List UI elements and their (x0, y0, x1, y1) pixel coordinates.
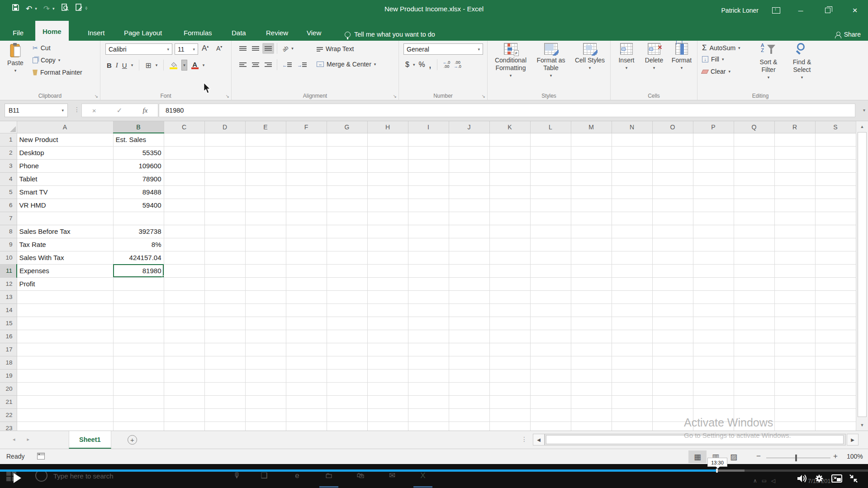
sheet-tab-sheet1[interactable]: Sheet1 (69, 431, 111, 449)
cell-E5[interactable] (245, 185, 286, 199)
cell-B7[interactable] (113, 212, 164, 225)
cell-A13[interactable] (17, 290, 113, 303)
cell-N9[interactable] (612, 238, 652, 251)
cell-O9[interactable] (652, 238, 693, 251)
cell-K3[interactable] (489, 159, 530, 172)
cell-M21[interactable] (571, 395, 612, 408)
cell-E23[interactable] (245, 422, 286, 431)
cell-C16[interactable] (164, 330, 204, 343)
cell-Q12[interactable] (734, 277, 774, 290)
cell-O15[interactable] (652, 317, 693, 330)
cell-L16[interactable] (530, 330, 571, 343)
decrease-indent-button[interactable]: ← (280, 59, 294, 70)
cell-R14[interactable] (774, 303, 815, 317)
cell-R12[interactable] (774, 277, 815, 290)
row-header-16[interactable]: 16 (0, 330, 17, 343)
cell-O7[interactable] (652, 212, 693, 225)
align-right-button[interactable] (262, 59, 274, 70)
cell-R16[interactable] (774, 330, 815, 343)
cell-R18[interactable] (774, 356, 815, 369)
fill-button[interactable]: ↓ Fill ▾ (702, 56, 724, 63)
cell-P11[interactable] (693, 264, 734, 277)
cell-O3[interactable] (652, 159, 693, 172)
cell-A8[interactable]: Sales Before Tax (17, 225, 113, 238)
store-icon[interactable]: 🛍︎ (355, 470, 366, 481)
cell-H16[interactable] (367, 330, 408, 343)
cell-J18[interactable] (449, 356, 489, 369)
cell-O13[interactable] (652, 290, 693, 303)
cell-Q4[interactable] (734, 172, 774, 185)
cell-N21[interactable] (612, 395, 652, 408)
format-as-table-button[interactable]: Format as Table ▾ (532, 43, 570, 80)
cell-S3[interactable] (815, 159, 856, 172)
cell-I4[interactable] (408, 172, 449, 185)
row-header-6[interactable]: 6 (0, 199, 17, 212)
cell-N13[interactable] (612, 290, 652, 303)
task-view-icon[interactable]: ❑ (259, 470, 270, 481)
cell-Q1[interactable] (734, 133, 774, 146)
cell-C23[interactable] (164, 422, 204, 431)
col-header-P[interactable]: P (693, 121, 734, 133)
cell-C20[interactable] (164, 382, 204, 395)
cell-K11[interactable] (489, 264, 530, 277)
cell-Q3[interactable] (734, 159, 774, 172)
col-header-N[interactable]: N (612, 121, 652, 133)
cell-F7[interactable] (286, 212, 327, 225)
cell-J5[interactable] (449, 185, 489, 199)
number-format-combo[interactable]: General▾ (403, 43, 483, 55)
cell-C19[interactable] (164, 369, 204, 382)
cell-P10[interactable] (693, 251, 734, 264)
merge-center-button[interactable]: ↔ Merge & Center ▾ (317, 61, 376, 68)
cell-D20[interactable] (204, 382, 245, 395)
cell-G18[interactable] (327, 356, 367, 369)
cell-F3[interactable] (286, 159, 327, 172)
cell-O1[interactable] (652, 133, 693, 146)
cell-R19[interactable] (774, 369, 815, 382)
cell-E21[interactable] (245, 395, 286, 408)
cell-E15[interactable] (245, 317, 286, 330)
cell-B8[interactable]: 392738 (113, 225, 164, 238)
cell-J19[interactable] (449, 369, 489, 382)
cell-A15[interactable] (17, 317, 113, 330)
cell-M10[interactable] (571, 251, 612, 264)
name-box[interactable]: B11 ▾ (5, 104, 68, 117)
cell-N18[interactable] (612, 356, 652, 369)
wrap-text-button[interactable]: Wrap Text (317, 45, 354, 52)
col-header-I[interactable]: I (408, 121, 449, 133)
cell-E17[interactable] (245, 343, 286, 356)
close-button[interactable]: × (848, 5, 862, 15)
cell-I7[interactable] (408, 212, 449, 225)
cell-R17[interactable] (774, 343, 815, 356)
cell-N22[interactable] (612, 408, 652, 422)
borders-icon[interactable]: ⊞ (145, 61, 151, 70)
cell-N1[interactable] (612, 133, 652, 146)
formula-input[interactable]: 81980 (159, 104, 855, 117)
col-header-B[interactable]: B (113, 121, 164, 133)
cell-I20[interactable] (408, 382, 449, 395)
col-header-M[interactable]: M (571, 121, 612, 133)
cell-D5[interactable] (204, 185, 245, 199)
cell-L3[interactable] (530, 159, 571, 172)
cell-M14[interactable] (571, 303, 612, 317)
cell-L15[interactable] (530, 317, 571, 330)
cell-N14[interactable] (612, 303, 652, 317)
cell-R4[interactable] (774, 172, 815, 185)
cell-P19[interactable] (693, 369, 734, 382)
cell-A6[interactable]: VR HMD (17, 199, 113, 212)
zoom-in-button[interactable]: + (833, 452, 838, 461)
cell-M20[interactable] (571, 382, 612, 395)
cell-F16[interactable] (286, 330, 327, 343)
formula-bar-splitter[interactable]: ⋮ (74, 106, 80, 113)
cell-S17[interactable] (815, 343, 856, 356)
cell-R22[interactable] (774, 408, 815, 422)
cell-F21[interactable] (286, 395, 327, 408)
fill-color-dropdown[interactable]: ▾ (181, 60, 187, 71)
italic-button[interactable]: I (116, 62, 118, 69)
cell-S4[interactable] (815, 172, 856, 185)
cell-C11[interactable] (164, 264, 204, 277)
cell-K23[interactable] (489, 422, 530, 431)
cell-H6[interactable] (367, 199, 408, 212)
cell-L7[interactable] (530, 212, 571, 225)
zoom-slider-track[interactable] (766, 458, 830, 458)
name-box-dropdown-icon[interactable]: ▾ (62, 108, 64, 113)
